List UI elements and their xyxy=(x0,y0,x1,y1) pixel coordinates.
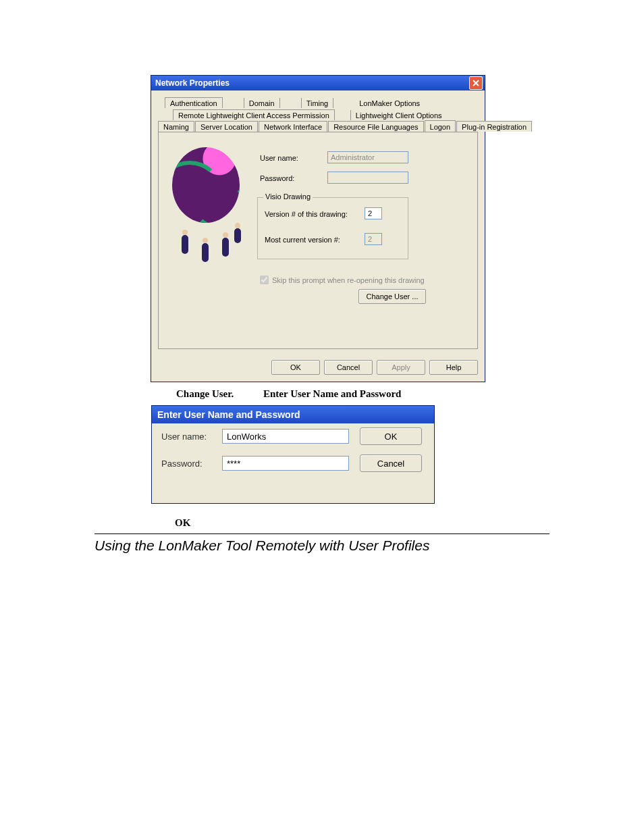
login-cancel-button[interactable]: Cancel xyxy=(360,454,422,472)
skip-prompt-label: Skip this prompt when re-opening this dr… xyxy=(272,276,425,284)
username-label: User name: xyxy=(260,154,298,162)
tab-naming[interactable]: Naming xyxy=(158,121,194,132)
ok-text: OK xyxy=(175,517,190,529)
close-icon[interactable] xyxy=(469,76,483,90)
login-titlebar: Enter User Name and Password xyxy=(152,406,434,423)
tab-resource-file-languages[interactable]: Resource File Languages xyxy=(328,121,423,132)
network-properties-dialog: Network Properties Authentication Domain… xyxy=(151,75,485,382)
titlebar: Network Properties xyxy=(151,76,485,90)
login-username-field[interactable] xyxy=(222,429,349,444)
visio-drawing-legend: Visio Drawing xyxy=(263,192,313,201)
visio-drawing-group: Visio Drawing Version # of this drawing:… xyxy=(257,197,408,259)
version-field[interactable] xyxy=(365,207,382,219)
section-heading: Using the LonMaker Tool Remotely with Us… xyxy=(95,538,429,554)
dialog-title: Network Properties xyxy=(155,78,469,88)
tab-network-interface[interactable]: Network Interface xyxy=(259,121,327,132)
skip-prompt-input xyxy=(260,276,269,284)
tab-logon[interactable]: Logon xyxy=(425,120,456,132)
caption-change-user: Change User. xyxy=(176,388,234,400)
password-label: Password: xyxy=(260,174,294,182)
skip-prompt-checkbox: Skip this prompt when re-opening this dr… xyxy=(260,276,425,284)
login-password-label: Password: xyxy=(161,459,203,469)
change-user-button[interactable]: Change User ... xyxy=(358,289,426,304)
most-current-label: Most current version #: xyxy=(265,236,340,244)
cancel-button[interactable]: Cancel xyxy=(324,360,373,375)
password-field xyxy=(327,172,408,184)
dialog-button-row: OK Cancel Apply Help xyxy=(151,356,485,382)
tab-panel: User name: Password: Visio Drawing Versi… xyxy=(158,132,478,349)
tab-domain[interactable]: Domain xyxy=(244,98,280,108)
most-current-field xyxy=(365,233,382,245)
login-username-label: User name: xyxy=(161,432,207,442)
version-label: Version # of this drawing: xyxy=(265,210,348,218)
tab-lonmaker-options[interactable]: LonMaker Options xyxy=(354,98,425,108)
username-field xyxy=(327,151,408,163)
tab-strip: Authentication Domain Timing LonMaker Op… xyxy=(158,96,478,132)
caption-enter-credentials: Enter User Name and Password xyxy=(263,388,401,400)
ok-button[interactable]: OK xyxy=(271,360,320,375)
login-title: Enter User Name and Password xyxy=(157,409,300,420)
enter-credentials-dialog: Enter User Name and Password User name: … xyxy=(151,405,435,504)
help-button[interactable]: Help xyxy=(429,360,478,375)
tab-timing[interactable]: Timing xyxy=(301,98,334,108)
apply-button: Apply xyxy=(377,360,425,375)
horizontal-rule xyxy=(95,533,549,534)
decorative-globe-image xyxy=(167,147,251,276)
login-ok-button[interactable]: OK xyxy=(360,427,422,445)
tab-authentication[interactable]: Authentication xyxy=(165,97,223,108)
tab-lw-client-options[interactable]: Lightweight Client Options xyxy=(350,110,447,120)
tab-plugin-registration[interactable]: Plug-in Registration xyxy=(456,121,532,132)
login-password-field[interactable] xyxy=(222,456,349,471)
tab-server-location[interactable]: Server Location xyxy=(195,121,258,132)
tab-remote-lw-permission[interactable]: Remote Lightweight Client Access Permiss… xyxy=(173,109,335,120)
